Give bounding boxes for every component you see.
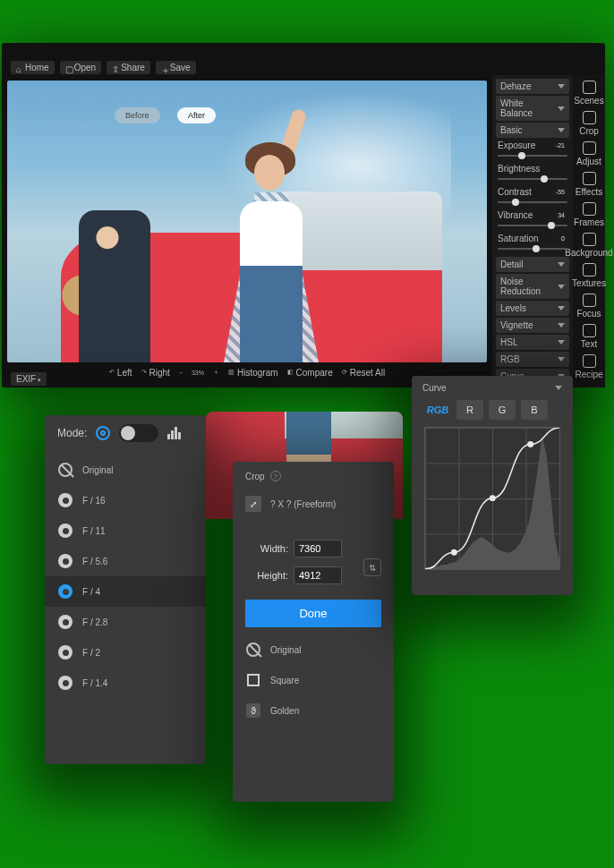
top-toolbar: ⌂Home ▢Open ⇪Share ＋Save <box>2 59 605 75</box>
vibrance-value[interactable]: 34 <box>555 212 567 218</box>
tool-text[interactable]: Text <box>576 324 602 349</box>
rotate-right-button[interactable]: ↷ Right <box>141 368 170 378</box>
share-button[interactable]: ⇪Share <box>107 61 150 74</box>
histogram-button[interactable]: ▥ Histogram <box>228 368 278 378</box>
contrast-value[interactable]: -55 <box>553 189 567 195</box>
compare-button[interactable]: ◧ Compare <box>287 368 333 378</box>
curve-control-point[interactable] <box>527 441 533 447</box>
contrast-slider[interactable] <box>498 198 567 207</box>
chevron-down-icon[interactable] <box>555 386 562 390</box>
curve-line[interactable] <box>425 428 559 569</box>
vibrance-thumb[interactable] <box>548 222 555 229</box>
crop-preset-golden[interactable]: ϑGolden <box>233 695 394 726</box>
curve-control-point[interactable] <box>451 549 457 556</box>
aperture-item-f-2[interactable]: F / 2 <box>45 637 206 668</box>
aperture-item-f-11[interactable]: F / 11 <box>45 515 206 546</box>
tool-effects[interactable]: Effects <box>576 172 602 197</box>
acc-basic[interactable]: Basic <box>496 123 569 138</box>
saturation-slider[interactable] <box>498 244 567 253</box>
crop-width-input[interactable] <box>294 540 342 557</box>
crop-preset-square[interactable]: Square <box>233 665 394 695</box>
focus-icon <box>583 294 596 307</box>
tool-recipe[interactable]: Recipe <box>576 354 602 379</box>
equalizer-mode-icon[interactable] <box>167 427 181 439</box>
tool-textures[interactable]: Textures <box>576 263 602 288</box>
tool-crop[interactable]: Crop <box>576 111 602 136</box>
curve-channel-r[interactable]: R <box>456 400 483 420</box>
home-icon: ⌂ <box>16 64 22 71</box>
acc-detail[interactable]: Detail <box>496 257 569 272</box>
crop-height-input[interactable] <box>294 566 342 584</box>
vibrance-slider[interactable] <box>498 221 567 230</box>
chevron-down-icon <box>558 106 565 111</box>
curve-channel-rgb[interactable]: RGB <box>424 400 451 420</box>
zoom-value[interactable]: 33% <box>192 370 204 376</box>
acc-hsl[interactable]: HSL <box>496 335 569 350</box>
aperture-item-label: F / 2 <box>82 648 100 658</box>
crop-panel-header: Crop ? <box>233 462 394 490</box>
tool-scenes[interactable]: Scenes <box>576 81 602 106</box>
exif-button[interactable]: EXIF ▾ <box>11 372 47 386</box>
before-pill[interactable]: Before <box>115 107 160 123</box>
tool-background[interactable]: Background <box>576 233 602 258</box>
acc-levels[interactable]: Levels <box>496 301 569 316</box>
tool-focus[interactable]: Focus <box>576 294 602 319</box>
freeform-icon: ⤢ <box>245 496 261 512</box>
crop-preset-original[interactable]: Original <box>233 634 394 665</box>
aperture-item-f-1-4[interactable]: F / 1.4 <box>45 668 206 698</box>
photo-editor-window: ⌂Home ▢Open ⇪Share ＋Save Before After ↶ … <box>2 43 605 387</box>
swap-dimensions-button[interactable]: ⇅ <box>363 558 381 576</box>
rotate-right-label: Right <box>149 368 170 378</box>
tool-adjust[interactable]: Adjust <box>576 141 602 166</box>
reset-all-button[interactable]: ⟳ Reset All <box>342 368 385 378</box>
zoom-in-button[interactable]: ＋ <box>213 368 219 377</box>
tool-background-label: Background <box>565 248 612 258</box>
acc-rgb[interactable]: RGB <box>496 352 569 367</box>
aperture-item-f-4[interactable]: F / 4 <box>45 576 206 607</box>
mode-toggle[interactable] <box>119 424 158 442</box>
help-icon[interactable]: ? <box>270 471 281 481</box>
mode-label: Mode: <box>57 427 87 439</box>
acc-hsl-label: HSL <box>500 337 517 347</box>
curve-channel-g[interactable]: G <box>489 400 516 420</box>
zoom-out-button[interactable]: − <box>179 370 183 376</box>
home-button[interactable]: ⌂Home <box>11 61 55 74</box>
crop-done-button[interactable]: Done <box>245 600 381 627</box>
saturation-thumb[interactable] <box>533 245 540 252</box>
image-canvas[interactable]: Before After <box>7 81 487 362</box>
crop-panel: Crop ? ⤢ ? X ? (Freeform) Width: Height:… <box>233 462 394 802</box>
effects-icon <box>583 172 596 185</box>
save-button[interactable]: ＋Save <box>156 61 196 74</box>
after-pill[interactable]: After <box>177 107 216 123</box>
open-button[interactable]: ▢Open <box>60 61 101 74</box>
aperture-item-f-2-8[interactable]: F / 2.8 <box>45 607 206 637</box>
aperture-item-f-5-6[interactable]: F / 5.6 <box>45 546 206 576</box>
reset-all-label: Reset All <box>350 368 385 378</box>
brightness-thumb[interactable] <box>541 175 548 183</box>
aperture-item-label: F / 16 <box>82 496 106 506</box>
exposure-thumb[interactable] <box>518 152 525 159</box>
exposure-slider[interactable] <box>498 151 567 160</box>
acc-vignette[interactable]: Vignette <box>496 318 569 333</box>
crop-freeform-row[interactable]: ⤢ ? X ? (Freeform) <box>233 490 394 523</box>
vibrance-row: Vibrance34 <box>498 210 567 220</box>
acc-levels-label: Levels <box>500 303 526 313</box>
contrast-thumb[interactable] <box>512 199 519 206</box>
aperture-mode-icon[interactable] <box>96 426 110 440</box>
aperture-item-label: Original <box>82 465 113 475</box>
vibrance-label: Vibrance <box>498 210 533 220</box>
curve-channel-b[interactable]: B <box>521 400 548 420</box>
exposure-value[interactable]: -21 <box>553 142 567 149</box>
rotate-left-button[interactable]: ↶ Left <box>109 368 132 378</box>
right-tool-strip: Scenes Crop Adjust Effects Frames Backgr… <box>573 75 605 387</box>
saturation-value[interactable]: 0 <box>559 235 567 242</box>
curve-control-point[interactable] <box>490 495 496 501</box>
aperture-item-original[interactable]: Original <box>45 455 206 485</box>
aperture-item-f-16[interactable]: F / 16 <box>45 485 206 515</box>
acc-dehaze[interactable]: Dehaze <box>496 79 569 94</box>
tool-frames[interactable]: Frames <box>576 202 602 227</box>
acc-white-balance[interactable]: White Balance <box>496 96 569 121</box>
acc-noise-reduction[interactable]: Noise Reduction <box>496 274 569 299</box>
brightness-slider[interactable] <box>498 174 567 183</box>
curve-graph[interactable] <box>424 427 560 570</box>
